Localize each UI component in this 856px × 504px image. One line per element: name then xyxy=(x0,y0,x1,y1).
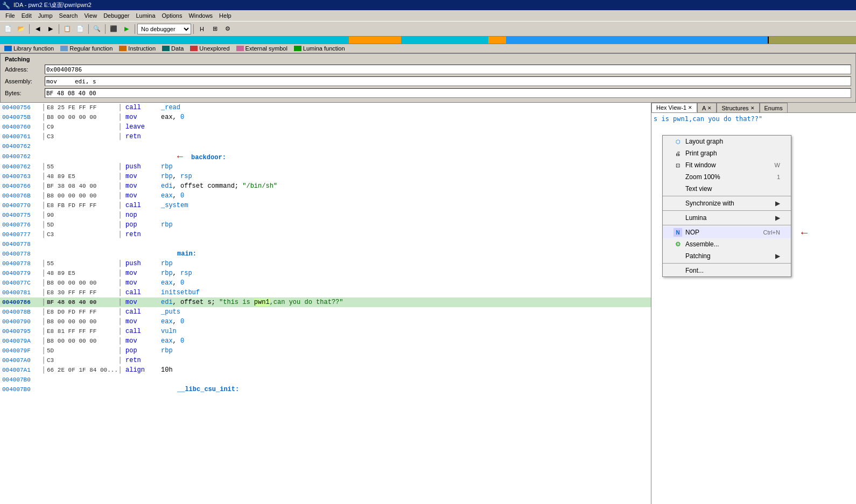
menu-bar: File Edit Jump Search View Debugger Lumi… xyxy=(0,10,856,22)
tb-stop[interactable]: ⬛ xyxy=(108,23,120,35)
ctx-nop[interactable]: N NOP Ctrl+N ← xyxy=(663,226,791,238)
menu-view[interactable]: View xyxy=(81,11,100,20)
ctx-print-graph[interactable]: 🖨 Print graph xyxy=(663,147,791,159)
tab-a-close[interactable]: ✕ xyxy=(707,105,712,111)
ctx-sync-arrow: ▶ xyxy=(775,200,780,207)
tb-back[interactable]: ◀ xyxy=(32,23,44,35)
right-panel: Hex View-1 ✕ A ✕ Structures ✕ Enums s is… xyxy=(651,103,856,504)
table-row: 00400762 │ 55 │ push rbp xyxy=(0,162,651,172)
tb-settings[interactable]: ⚙ xyxy=(222,23,234,35)
title-icon: 🔧 xyxy=(2,2,10,9)
tab-enums[interactable]: Enums xyxy=(760,103,788,112)
legend-label-lumina: Lumina function xyxy=(303,45,345,52)
title-bar: 🔧 IDA - pwn2 E:\桌面\pwn\pwn2 xyxy=(0,0,856,10)
address-input[interactable] xyxy=(45,65,851,74)
table-row: 00400777 │ C3 │ retn xyxy=(0,230,651,239)
ctx-sep2 xyxy=(663,210,791,211)
ctx-patching[interactable]: Patching ▶ xyxy=(663,250,791,262)
menu-file[interactable]: File xyxy=(2,11,18,20)
ctx-sync-with[interactable]: Synchronize with ▶ xyxy=(663,197,791,209)
table-row-selected[interactable]: 00400786 │ BF 48 08 40 00 │ mov edi, off… xyxy=(0,297,651,307)
tab-a[interactable]: A ✕ xyxy=(697,103,717,112)
menu-edit[interactable]: Edit xyxy=(18,11,35,20)
table-row: 00400779 │ 48 89 E5 │ mov rbp, rsp xyxy=(0,268,651,278)
seg-orange xyxy=(349,37,401,44)
tb-paste[interactable]: 📄 xyxy=(74,23,86,35)
patching-icon xyxy=(673,252,682,260)
legend-label-external: External symbol xyxy=(245,45,287,52)
menu-debugger[interactable]: Debugger xyxy=(100,11,132,20)
legend-label-instruction: Instruction xyxy=(128,45,156,52)
tb-copy[interactable]: 📋 xyxy=(61,23,73,35)
tb-hex[interactable]: H xyxy=(196,23,208,35)
menu-help[interactable]: Help xyxy=(216,11,235,20)
print-icon: 🖨 xyxy=(673,149,682,158)
ctx-text-view[interactable]: Text view xyxy=(663,183,791,195)
bytes-input[interactable] xyxy=(45,88,851,98)
legend-box-regular xyxy=(60,46,68,51)
segment-bar xyxy=(0,37,856,44)
ctx-sep1 xyxy=(663,196,791,196)
debugger-select[interactable]: No debugger xyxy=(137,24,191,34)
legend-data: Data xyxy=(162,45,184,52)
tb-sep1 xyxy=(29,24,30,34)
nop-icon: N xyxy=(673,228,682,237)
ctx-sep3 xyxy=(663,225,791,225)
ctx-layout-graph[interactable]: ⬡ Layout graph xyxy=(663,136,791,147)
legend-box-unexplored xyxy=(190,46,198,51)
ctx-lumina[interactable]: Lumina ▶ xyxy=(663,212,791,224)
tb-sep6 xyxy=(193,24,194,34)
tab-enums-label: Enums xyxy=(764,105,783,111)
ctx-zoom-100-label: Zoom 100% xyxy=(685,173,774,181)
menu-options[interactable]: Options xyxy=(159,11,186,20)
ctx-assemble[interactable]: ⚙ Assemble... xyxy=(663,238,791,250)
main-layout: 00400756 │ E8 25 FE FF FF │ call _read 0… xyxy=(0,103,856,504)
ctx-font[interactable]: Font... xyxy=(663,265,791,276)
tb-fwd[interactable]: ▶ xyxy=(45,23,57,35)
tb-new[interactable]: 📄 xyxy=(2,23,14,35)
hex-text: s is pwn1,can you do that??" xyxy=(654,115,762,123)
right-tabs: Hex View-1 ✕ A ✕ Structures ✕ Enums xyxy=(651,103,856,113)
table-row: 004007B0 xyxy=(0,375,651,385)
tab-structures-close[interactable]: ✕ xyxy=(750,105,755,111)
ctx-zoom-100[interactable]: Zoom 100% 1 xyxy=(663,171,791,183)
tab-hex-close[interactable]: ✕ xyxy=(688,105,692,110)
legend-box-library xyxy=(4,46,12,51)
table-row: 0040076B │ B8 00 00 00 00 │ mov eax, 0 xyxy=(0,191,651,201)
legend-box-external xyxy=(236,46,244,51)
legend-label-data: Data xyxy=(171,45,184,52)
menu-lumina[interactable]: Lumina xyxy=(132,11,158,20)
ctx-fit-window[interactable]: ⊡ Fit window W xyxy=(663,159,791,171)
toolbar: 📄 📂 ◀ ▶ 📋 📄 🔍 ⬛ ▶ No debugger H ⊞ ⚙ xyxy=(0,22,856,37)
tb-run[interactable]: ▶ xyxy=(121,23,132,35)
legend-label-library: Library function xyxy=(13,45,54,52)
legend-box-lumina xyxy=(294,46,301,51)
tb-sep5 xyxy=(135,24,135,34)
bytes-row: Bytes: xyxy=(5,88,851,98)
tab-hex-label: Hex View-1 xyxy=(656,104,686,111)
tab-structures[interactable]: Structures ✕ xyxy=(717,103,759,112)
menu-search[interactable]: Search xyxy=(56,11,81,20)
table-row: 00400756 │ E8 25 FE FF FF │ call _read xyxy=(0,103,651,112)
tb-layout[interactable]: ⊞ xyxy=(209,23,221,35)
address-row: Address: xyxy=(5,65,851,74)
disasm-panel[interactable]: 00400756 │ E8 25 FE FF FF │ call _read 0… xyxy=(0,103,651,504)
table-row: 004007B0 __libc_csu_init: xyxy=(0,385,651,394)
table-row: 00400761 │ C3 │ retn xyxy=(0,132,651,141)
tb-search[interactable]: 🔍 xyxy=(91,23,103,35)
legend-external: External symbol xyxy=(236,45,287,52)
table-row: 004007A0 │ C3 │ retn xyxy=(0,356,651,365)
tb-open[interactable]: 📂 xyxy=(15,23,27,35)
menu-windows[interactable]: Windows xyxy=(185,11,216,20)
table-row: 00400776 │ 5D │ pop rbp xyxy=(0,220,651,230)
ctx-zoom-100-shortcut: 1 xyxy=(777,174,780,180)
assembly-input[interactable] xyxy=(45,76,851,86)
menu-jump[interactable]: Jump xyxy=(35,11,56,20)
tb-sep2 xyxy=(59,24,59,34)
tab-hex-view[interactable]: Hex View-1 ✕ xyxy=(651,103,697,112)
table-row: 00400778 main: xyxy=(0,249,651,259)
legend-box-instruction xyxy=(119,46,127,51)
table-row: 00400778 xyxy=(0,239,651,249)
table-row: 00400762 ← backdoor: xyxy=(0,151,651,162)
ctx-print-graph-label: Print graph xyxy=(685,150,780,157)
